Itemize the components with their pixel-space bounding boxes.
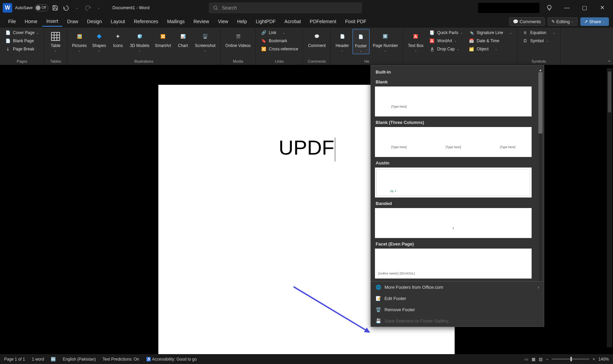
object-icon: 🗂️ [469, 46, 475, 52]
tab-help[interactable]: Help [233, 17, 251, 26]
ribbon-collapse-icon[interactable]: ⌄ [608, 58, 611, 63]
zoom-in-button[interactable]: + [593, 357, 595, 362]
status-word-count[interactable]: 1 word [32, 357, 44, 362]
gallery-scrollbar[interactable]: ▲ ▼ [538, 68, 543, 281]
header-button[interactable]: 📄Header⌄ [333, 29, 351, 53]
svg-line-1 [217, 9, 218, 10]
table-icon [49, 30, 62, 43]
group-headerfooter: He [333, 59, 400, 64]
view-focus-icon[interactable]: ▭ [524, 357, 528, 362]
link-button[interactable]: 🔗Link ⌄ [258, 29, 300, 36]
tab-file[interactable]: File [4, 17, 20, 26]
vertical-scrollbar[interactable] [607, 68, 612, 347]
status-accessibility[interactable]: ♿ Accessibility: Good to go [146, 357, 197, 362]
status-spellcheck-icon[interactable]: 🔤 [51, 357, 56, 362]
equation-button[interactable]: πEquation ⌄ [520, 29, 557, 36]
tab-references[interactable]: References [130, 17, 162, 26]
group-illustrations: Illustrations [70, 59, 217, 64]
wordart-button[interactable]: 🅰️WordArt ⌄ [427, 37, 465, 45]
smartart-button[interactable]: 🔀SmartArt [153, 29, 173, 49]
tab-acrobat[interactable]: Acrobat [280, 17, 305, 26]
scroll-up-icon[interactable]: ▲ [538, 68, 543, 72]
page-number-button[interactable]: #️⃣Page Number⌄ [371, 29, 400, 53]
gallery-item-austin[interactable]: pg. 1 [375, 168, 532, 197]
crossref-button[interactable]: 🔀Cross-reference [258, 45, 300, 53]
bookmark-button[interactable]: 🔖Bookmark [258, 37, 300, 45]
ribbon: 📄Cover Page ⌄ 📄Blank Page ⤓Page Break Pa… [0, 28, 613, 65]
cover-page-button[interactable]: 📄Cover Page ⌄ [3, 29, 41, 36]
undo-icon[interactable] [62, 4, 70, 12]
group-text [406, 63, 514, 64]
remove-footer-action[interactable]: 🗑️Remove Footer [371, 304, 544, 315]
tab-design[interactable]: Design [83, 17, 106, 26]
zoom-slider[interactable] [552, 359, 589, 360]
autosave-toggle[interactable]: AutoSave Off [15, 4, 48, 11]
view-print-icon[interactable]: ▦ [532, 357, 535, 362]
screenshot-icon: 🖥️ [199, 30, 211, 43]
pictures-button[interactable]: 🖼️Pictures⌄ [70, 29, 89, 53]
gallery-item-banded[interactable]: 1 [375, 208, 532, 238]
chart-button[interactable]: 📊Chart [174, 29, 191, 49]
lightbulb-icon[interactable] [541, 1, 557, 15]
quickparts-button[interactable]: 📑Quick Parts ⌄ [427, 29, 465, 36]
redo-icon[interactable] [84, 4, 92, 12]
status-bar: Page 1 of 1 1 word 🔤 English (Pakistan) … [0, 354, 613, 364]
tab-home[interactable]: Home [21, 17, 42, 26]
undo-dropdown-icon[interactable]: ⌄ [73, 4, 81, 12]
signature-line-button[interactable]: ✒️Signature Line ⌄ [467, 29, 514, 36]
shapes-button[interactable]: 🔷Shapes⌄ [90, 29, 108, 53]
more-footers-action[interactable]: 🌐More Footers from Office.com› [371, 282, 544, 293]
search-input[interactable]: Search [209, 2, 362, 13]
zoom-out-button[interactable]: − [546, 357, 548, 362]
comment-button[interactable]: 💬Comment [306, 29, 328, 49]
gallery-item-blank3[interactable]: [Type here][Type here][Type here] [375, 127, 532, 157]
textbox-button[interactable]: 🅰️Text Box⌄ [406, 29, 426, 53]
table-button[interactable]: Table⌄ [47, 29, 64, 53]
dropcap-button[interactable]: A̲Drop Cap ⌄ [427, 45, 465, 53]
editing-button[interactable]: ✎ Editing ⌄ [548, 17, 578, 26]
tab-pdfelement[interactable]: PDFelement [306, 17, 341, 26]
status-text-predictions[interactable]: Text Predictions: On [103, 357, 139, 362]
group-links: Links [258, 59, 300, 64]
user-account[interactable] [478, 3, 539, 13]
object-button[interactable]: 🗂️Object ⌄ [467, 45, 514, 53]
gallery-item-blank[interactable]: [Type here] [375, 86, 532, 116]
app-logo: W [3, 3, 12, 13]
page-break-button[interactable]: ⤓Page Break [3, 45, 41, 53]
gallery-section: Built-in [375, 68, 538, 76]
tab-draw[interactable]: Draw [63, 17, 82, 26]
tab-insert[interactable]: Insert [42, 16, 62, 27]
status-page[interactable]: Page 1 of 1 [4, 357, 25, 362]
3dmodels-button[interactable]: 🧊3D Models⌄ [128, 29, 151, 53]
page-break-icon: ⤓ [5, 46, 11, 52]
quickparts-icon: 📑 [429, 30, 435, 36]
maximize-button[interactable]: ▢ [577, 1, 593, 15]
crossref-icon: 🔀 [261, 46, 267, 52]
icons-button[interactable]: ✚Icons [109, 29, 126, 49]
qat-more-icon[interactable]: ⌄ [95, 4, 103, 12]
symbol-button[interactable]: ΩSymbol ⌄ [520, 37, 557, 45]
comments-button[interactable]: 💬 Comments [509, 17, 545, 26]
tab-mailings[interactable]: Mailings [163, 17, 189, 26]
zoom-level[interactable]: 140% [598, 357, 609, 362]
gallery-item-austin-label: Austin [375, 157, 538, 168]
dropcap-icon: A̲ [429, 46, 435, 52]
edit-footer-action[interactable]: 📝Edit Footer [371, 293, 544, 304]
tab-layout[interactable]: Layout [107, 17, 129, 26]
tab-lightpdf[interactable]: LightPDF [252, 17, 280, 26]
share-button[interactable]: ↗ Share ⌄ [580, 17, 609, 26]
screenshot-button[interactable]: 🖥️Screenshot⌄ [193, 29, 218, 53]
close-button[interactable]: ✕ [595, 1, 610, 15]
tab-foxitpdf[interactable]: Foxit PDF [341, 17, 370, 26]
tab-review[interactable]: Review [189, 17, 213, 26]
minimize-button[interactable]: — [559, 1, 575, 15]
gallery-item-facet[interactable]: [Author name] | [SCHOOL] [375, 249, 532, 279]
save-icon[interactable] [51, 4, 59, 12]
footer-button[interactable]: 📄Footer⌄ [352, 29, 370, 54]
datetime-button[interactable]: 📅Date & Time [467, 37, 514, 45]
blank-page-button[interactable]: 📄Blank Page [3, 37, 41, 45]
status-language[interactable]: English (Pakistan) [63, 357, 96, 362]
tab-view[interactable]: View [214, 17, 232, 26]
view-web-icon[interactable]: ▤ [539, 357, 543, 362]
online-videos-button[interactable]: 🎬Online Videos [223, 29, 253, 49]
